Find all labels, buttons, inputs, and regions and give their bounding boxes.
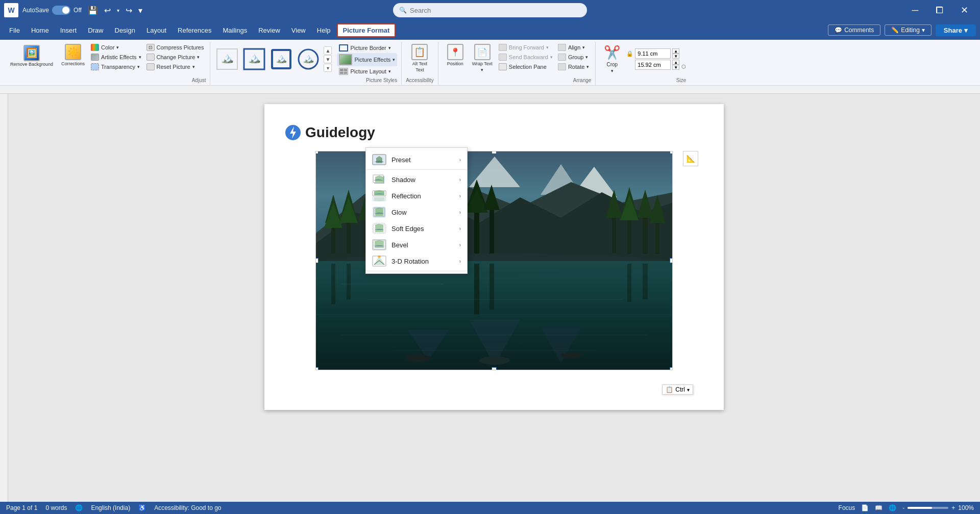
menu-item-file[interactable]: File: [4, 24, 25, 36]
comments-button[interactable]: 💬 Comments: [828, 24, 880, 36]
transparency-icon: [91, 63, 99, 70]
glow-item[interactable]: Glow ›: [366, 204, 467, 220]
menu-item-mailings[interactable]: Mailings: [218, 24, 253, 36]
restore-button[interactable]: ⧠: [928, 3, 951, 18]
send-backward-button[interactable]: Send Backward ▾: [497, 53, 555, 62]
width-decrease[interactable]: ▼: [672, 65, 679, 70]
artistic-effects-button[interactable]: Artistic Effects ▾: [89, 53, 143, 62]
menu-item-references[interactable]: References: [173, 24, 216, 36]
menu-item-layout[interactable]: Layout: [141, 24, 172, 36]
editing-button[interactable]: ✏️ Editing ▾: [885, 24, 932, 36]
layout-options-button[interactable]: 📐: [683, 151, 698, 166]
compress-pictures-button[interactable]: ⊡ Compress Pictures: [144, 43, 206, 52]
transparency-chevron: ▾: [137, 64, 140, 69]
height-increase[interactable]: ▲: [672, 48, 679, 54]
picture-layout-button[interactable]: Picture Layout ▾: [337, 67, 397, 76]
crop-button[interactable]: ✂️ Crop ▾: [600, 43, 624, 75]
share-button[interactable]: Share ▾: [936, 24, 976, 36]
accessibility-icon: ♿: [138, 504, 146, 511]
svg-point-78: [378, 255, 381, 258]
bevel-item[interactable]: Bevel ›: [366, 237, 467, 253]
menu-item-insert[interactable]: Insert: [55, 24, 82, 36]
save-icon[interactable]: 💾: [86, 5, 100, 16]
height-lock-icon: 🔒: [626, 50, 633, 57]
bevel-label: Bevel: [391, 241, 408, 249]
undo-dropdown-icon[interactable]: ▾: [115, 7, 121, 14]
customize-icon[interactable]: ▾: [136, 5, 144, 16]
preset-item[interactable]: Preset ›: [366, 151, 467, 168]
search-icon: 🔍: [399, 7, 407, 14]
undo-icon[interactable]: ↩: [102, 5, 113, 16]
wrap-text-button[interactable]: 📄 Wrap Text ▾: [469, 42, 496, 74]
paste-dropdown-arrow[interactable]: ▾: [687, 387, 690, 393]
reset-picture-button[interactable]: Reset Picture ▾: [144, 62, 206, 71]
ribbon-group-accessibility: 📋 Alt Text Text Accessibility: [402, 42, 438, 85]
reset-pic-chevron: ▾: [192, 64, 195, 69]
paste-options[interactable]: 📋 Ctrl ▾: [662, 384, 693, 395]
zoom-slider[interactable]: [908, 507, 948, 509]
picture-style-1[interactable]: 🏔️: [214, 46, 240, 72]
soft-edges-item[interactable]: Soft Edges ›: [366, 220, 467, 237]
align-button[interactable]: Align ▾: [556, 43, 591, 52]
shadow-item[interactable]: Shadow ›: [366, 171, 467, 188]
view-normal-icon[interactable]: 📄: [861, 504, 869, 511]
view-web-icon[interactable]: 🌐: [889, 504, 896, 511]
close-button[interactable]: ✕: [952, 3, 976, 18]
color-button[interactable]: Color ▾: [89, 43, 143, 52]
redo-icon[interactable]: ↪: [124, 5, 134, 16]
3d-rotation-label: 3-D Rotation: [391, 258, 429, 265]
width-increase[interactable]: ▲: [672, 60, 679, 65]
styles-scroll-up[interactable]: ▲: [324, 46, 332, 55]
svg-point-62: [561, 352, 581, 358]
menu-item-review[interactable]: Review: [253, 24, 285, 36]
picture-border-button[interactable]: Picture Border ▾: [337, 43, 397, 53]
reflection-label: Reflection: [391, 192, 421, 200]
soft-edges-arrow: ›: [459, 226, 461, 232]
alt-text-button[interactable]: 📋 Alt Text Text: [407, 42, 432, 74]
styles-more[interactable]: ▾: [324, 64, 332, 72]
group-button[interactable]: Group ▾: [556, 53, 591, 62]
zoom-out-button[interactable]: -: [902, 504, 904, 511]
search-bar[interactable]: 🔍: [393, 3, 587, 17]
menu-item-design[interactable]: Design: [110, 24, 140, 36]
size-dialog-launcher[interactable]: ⬡: [681, 64, 686, 69]
handle-middle-left[interactable]: [315, 258, 318, 263]
styles-scroll-down[interactable]: ▼: [324, 55, 332, 63]
handle-top-left[interactable]: [315, 151, 318, 154]
selection-pane-button[interactable]: Selection Pane: [497, 62, 555, 71]
picture-style-3[interactable]: 🏔️: [268, 46, 294, 72]
menu-item-view[interactable]: View: [286, 24, 311, 36]
minimize-button[interactable]: ─: [903, 3, 927, 18]
menu-item-picture-format[interactable]: Picture Format: [337, 23, 396, 37]
remove-background-button[interactable]: 🖼️ Remove Background: [6, 42, 57, 70]
picture-style-2[interactable]: 🏔️: [241, 46, 267, 72]
search-input[interactable]: [410, 7, 581, 14]
menu-item-draw[interactable]: Draw: [83, 24, 108, 36]
menu-item-help[interactable]: Help: [312, 24, 336, 36]
focus-button[interactable]: Focus: [839, 504, 855, 511]
zoom-in-button[interactable]: +: [951, 504, 955, 511]
change-pic-chevron: ▾: [197, 55, 200, 60]
rotate-button[interactable]: Rotate ▾: [556, 62, 591, 71]
handle-top-center[interactable]: [492, 151, 497, 154]
view-read-icon[interactable]: 📖: [875, 504, 883, 511]
picture-style-4[interactable]: 🏔️: [296, 46, 321, 72]
change-picture-button[interactable]: Change Picture ▾: [144, 53, 206, 62]
picture-border-icon: [339, 44, 348, 52]
height-input[interactable]: [635, 48, 671, 59]
reflection-item[interactable]: Reflection ›: [366, 188, 467, 204]
svg-text:🏔️: 🏔️: [303, 53, 314, 64]
menu-item-home[interactable]: Home: [26, 24, 54, 36]
transparency-button[interactable]: Transparency ▾: [89, 62, 143, 71]
bring-forward-button[interactable]: Bring Forward ▾: [497, 43, 555, 52]
dropdown-section-2: Shadow › Reflection ›: [366, 170, 467, 271]
picture-effects-button[interactable]: Picture Effects ▾: [337, 53, 397, 66]
reset-pic-icon: [146, 63, 155, 70]
position-button[interactable]: 📍 Position: [443, 42, 468, 68]
autosave-toggle[interactable]: [52, 6, 70, 15]
3d-rotation-item[interactable]: 3-D Rotation ›: [366, 253, 467, 269]
corrections-button[interactable]: ☀️ Corrections: [58, 42, 88, 68]
compress-icon: ⊡: [146, 44, 155, 51]
width-input[interactable]: [635, 60, 671, 70]
height-decrease[interactable]: ▼: [672, 54, 679, 59]
